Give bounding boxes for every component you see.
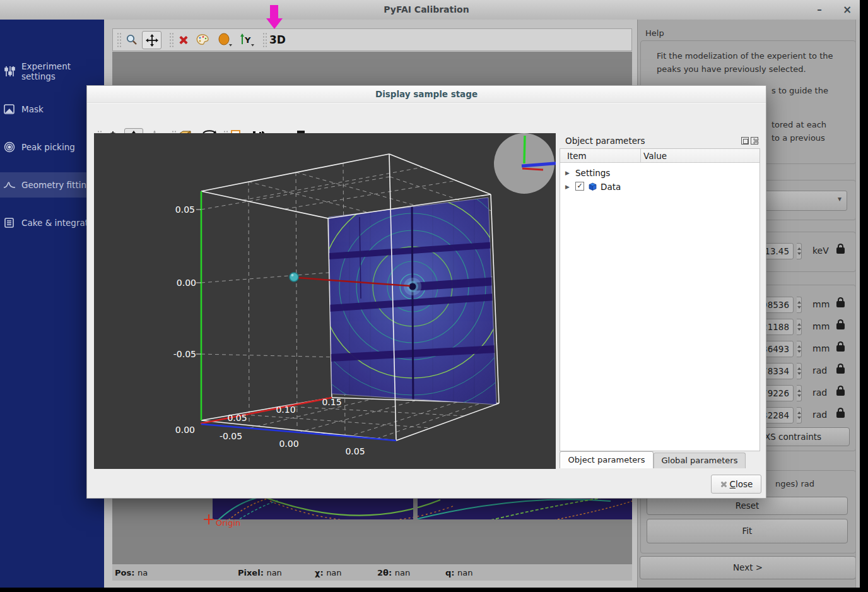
help-title: Help	[645, 28, 664, 38]
reset-button[interactable]: Reset	[647, 497, 848, 515]
toolbar-grip	[262, 32, 267, 47]
3d-scene-canvas[interactable]: 0.05 0.00 -0.05 0.05 0.10 0.15 -0.05 0.0…	[94, 133, 556, 469]
minimize-icon[interactable]: –	[813, 3, 826, 16]
beam-center-point	[409, 283, 416, 290]
red-x-icon	[179, 35, 189, 45]
origin-label: Origin	[216, 518, 240, 528]
help-fragment: s to guide the	[771, 86, 828, 95]
sidebar-item-label: Experiment settings	[21, 61, 104, 81]
svg-text:Y: Y	[244, 35, 251, 45]
application-window: PyFAI Calibration – × Experiment setting…	[0, 0, 868, 592]
ranges-fragment: nges) rad	[775, 479, 814, 488]
geometry-unit: rad	[812, 410, 827, 420]
magnifier-icon	[126, 33, 138, 46]
z-tick: -0.05	[173, 349, 196, 359]
annotation-arrow	[266, 5, 283, 29]
peak-curve-icon	[3, 179, 16, 191]
lock-icon[interactable]	[836, 345, 845, 352]
status-q: qnan	[445, 568, 473, 577]
tab-object-parameters[interactable]: Object parameters	[560, 451, 654, 468]
orientation-sphere[interactable]	[494, 133, 556, 194]
marker-color-button[interactable]	[216, 32, 234, 48]
orange-circle-icon	[218, 33, 233, 47]
status-2theta: 2θnan	[377, 568, 410, 577]
lock-icon[interactable]	[836, 367, 845, 374]
fit-button[interactable]: Fit	[647, 519, 848, 543]
mask-icon	[3, 103, 16, 115]
panel-title: Object parameters	[565, 136, 645, 146]
x-tick: 0.05	[227, 413, 247, 423]
x-tick: 0.10	[276, 405, 295, 415]
sample-marker	[290, 273, 298, 281]
geometry-spinner[interactable]	[797, 341, 802, 357]
expand-icon[interactable]	[565, 170, 570, 176]
expand-icon[interactable]	[565, 184, 570, 190]
y-tick: 0.05	[345, 446, 365, 456]
help-line: Fit the modelization of the experient to…	[657, 51, 833, 61]
lock-icon[interactable]	[836, 389, 845, 396]
close-icon[interactable]: ×	[841, 3, 853, 16]
geometry-spinner[interactable]	[797, 297, 802, 313]
close-panel-icon[interactable]	[751, 137, 758, 145]
geometry-spinner[interactable]	[797, 385, 802, 401]
list-icon	[3, 216, 16, 229]
title-bar: PyFAI Calibration – ×	[0, 0, 860, 20]
open-3d-view-button[interactable]: 3D	[268, 31, 287, 49]
help-fragment: tored at each	[771, 120, 826, 129]
y-tick: -0.05	[220, 431, 242, 441]
geometry-unit: rad	[812, 388, 827, 398]
status-chi: χnan	[315, 568, 342, 577]
lock-icon[interactable]	[836, 323, 845, 329]
tree-row-data[interactable]: Data	[560, 181, 760, 194]
sidebar-item-label: Peak picking	[21, 142, 75, 152]
lock-icon[interactable]	[836, 247, 845, 254]
window-title: PyFAI Calibration	[0, 4, 853, 15]
object-parameters-panel: Object parameters Item Value Settings	[560, 133, 760, 451]
display-sample-stage-dialog: Display sample stage	[86, 85, 766, 499]
move-cross-icon	[146, 34, 158, 47]
sidebar-item-label: Mask	[21, 104, 44, 114]
axis-orientation-button[interactable]: Y	[237, 32, 256, 48]
next-button[interactable]: Next >	[640, 556, 856, 579]
zoom-tool-button[interactable]	[124, 32, 140, 48]
lock-icon[interactable]	[836, 411, 845, 418]
dialog-title: Display sample stage	[87, 89, 766, 99]
pan-tool-button[interactable]	[142, 31, 161, 49]
energy-spinner[interactable]	[797, 243, 802, 259]
sidebar-item-label: Geometry fitting	[21, 180, 92, 190]
sidebar-item-experiment-settings[interactable]: Experiment settings	[0, 59, 104, 84]
dialog-toolbar	[87, 103, 766, 132]
geometry-unit: mm	[812, 299, 830, 309]
help-line: peaks you have previously selected.	[657, 64, 806, 74]
geometry-unit: rad	[812, 365, 827, 376]
geometry-spinner[interactable]	[797, 407, 802, 423]
dialog-close-button[interactable]: Close	[711, 475, 761, 494]
lock-icon[interactable]	[836, 301, 845, 307]
origin-tick: 0.00	[175, 425, 195, 435]
geometry-spinner[interactable]	[797, 319, 802, 335]
energy-unit: keV	[812, 246, 829, 256]
sliders-icon	[3, 65, 16, 78]
concentric-rings-icon	[3, 141, 16, 153]
clear-mask-button[interactable]	[175, 32, 192, 48]
geometry-unit: mm	[812, 343, 830, 353]
column-header-item[interactable]: Item	[560, 149, 641, 163]
column-header-value[interactable]: Value	[641, 149, 760, 163]
z-tick: 0.00	[177, 278, 196, 288]
help-fragment: to a previous	[771, 133, 825, 143]
y-tick: 0.00	[279, 439, 298, 449]
visibility-checkbox[interactable]	[575, 182, 584, 191]
status-bar: Posna Pixelnan χnan 2θnan qnan	[112, 564, 632, 581]
dialog-title-bar[interactable]: Display sample stage	[87, 86, 766, 103]
float-panel-icon[interactable]	[741, 137, 749, 145]
data-cube-icon	[588, 182, 597, 191]
tree-row-settings[interactable]: Settings	[560, 167, 760, 181]
screen-edge	[860, 0, 868, 592]
tab-global-parameters[interactable]: Global parameters	[654, 453, 746, 468]
x-tick: 0.15	[322, 397, 341, 407]
status-pos: Posna	[115, 568, 148, 577]
screen-edge	[0, 588, 868, 592]
colormap-palette-button[interactable]	[194, 32, 211, 48]
geometry-spinner[interactable]	[797, 363, 802, 379]
toolbar-grip	[169, 32, 173, 47]
